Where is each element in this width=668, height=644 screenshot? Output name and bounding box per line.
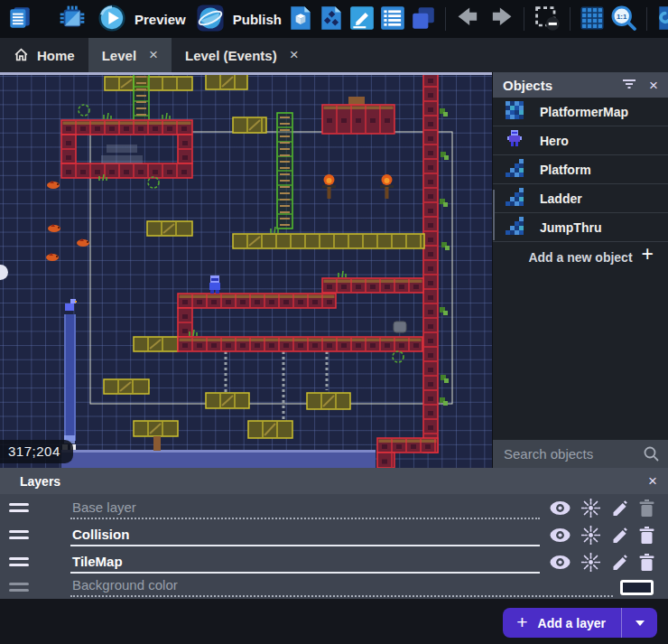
object-item-jumpthru[interactable]: JumpThru [493, 213, 668, 242]
object-item-platformermap[interactable]: PlatformerMap [493, 98, 668, 126]
search-objects-input[interactable] [493, 440, 668, 468]
object-item-ladder[interactable]: Ladder [493, 184, 668, 213]
undo-icon [454, 4, 483, 35]
delete-layer-icon[interactable] [638, 553, 655, 572]
object-label: PlatformerMap [540, 105, 628, 119]
instances-list-button[interactable] [377, 3, 408, 36]
layer-name-field[interactable]: Collision [70, 527, 540, 546]
objects-panel-scrollbar[interactable] [493, 190, 495, 240]
object-groups-button[interactable] [316, 3, 347, 36]
layer-row-background-color: Background color [0, 575, 668, 599]
edit-layer-icon[interactable] [610, 553, 628, 571]
close-tab-icon[interactable]: × [290, 46, 299, 64]
delete-layer-icon[interactable] [638, 499, 655, 518]
tilemap-icon [504, 157, 525, 182]
list-icon [379, 5, 406, 34]
close-layers-panel-icon[interactable]: × [648, 473, 657, 489]
layers-editor-button[interactable] [408, 3, 439, 36]
undo-button[interactable] [452, 2, 485, 37]
delete-layer-icon[interactable] [638, 526, 655, 545]
drag-handle-icon[interactable] [9, 583, 29, 592]
layer-name: Base layer [70, 499, 136, 515]
object-label: JumpThru [540, 220, 601, 235]
object-item-hero[interactable]: Hero [493, 126, 668, 155]
layer-row-tilemap: TileMap [0, 548, 668, 575]
publish-icon [195, 3, 226, 36]
layer-actions [549, 526, 655, 545]
edit-pencil-icon [348, 5, 376, 34]
scene-canvas[interactable]: 317;204 [0, 72, 492, 468]
toolbar-divider [646, 7, 647, 31]
bottom-bar: + Add a layer [0, 599, 668, 644]
edit-layer-icon[interactable] [610, 526, 628, 544]
scene-properties-button[interactable] [347, 3, 377, 36]
object-label: Ladder [540, 191, 582, 206]
preview-button[interactable]: Preview [95, 1, 188, 38]
toolbar-divider [445, 7, 446, 31]
debugger-button[interactable] [55, 1, 89, 38]
drag-handle-icon[interactable] [9, 557, 29, 566]
tab-label: Level [102, 48, 136, 63]
clear-selection-button[interactable] [531, 2, 563, 37]
layer-row-base-layer: Base layer [0, 494, 668, 521]
tilemap-icon [504, 186, 525, 211]
object-page-icon [287, 5, 314, 34]
layer-name-field[interactable]: TileMap [70, 554, 540, 574]
publish-label: Publish [233, 12, 282, 27]
layers-panel-header: Layers × [0, 468, 668, 494]
redo-button[interactable] [485, 2, 517, 37]
extra-tools-button[interactable] [654, 3, 668, 36]
project-manager-button[interactable] [5, 3, 35, 36]
tab-level-events[interactable]: Level (Events) × [172, 38, 312, 72]
wrench-icon [655, 5, 668, 34]
preview-label: Preview [135, 12, 186, 27]
effects-icon[interactable] [581, 499, 600, 518]
visibility-eye-icon[interactable] [549, 555, 571, 570]
objects-panel-title: Objects [503, 78, 609, 93]
object-list: PlatformerMapHeroPlatformLadderJumpThru [493, 98, 668, 242]
close-objects-panel-icon[interactable]: × [649, 78, 658, 93]
visibility-eye-icon[interactable] [549, 500, 571, 516]
tab-home[interactable]: Home [0, 38, 88, 72]
add-layer-button[interactable]: + Add a layer [503, 608, 621, 638]
objects-editor-button[interactable] [285, 3, 316, 36]
object-search [493, 440, 668, 468]
add-layer-dropdown-button[interactable] [621, 608, 657, 638]
drag-handle-icon[interactable] [9, 530, 29, 539]
objects-panel: Objects × PlatformerMapHeroPlatformLadde… [492, 72, 668, 468]
tab-bar: Home Level × Level (Events) × [0, 38, 668, 72]
effects-icon[interactable] [581, 526, 600, 545]
visibility-eye-icon[interactable] [549, 527, 571, 543]
scene-render [0, 72, 492, 468]
tab-level[interactable]: Level × [88, 38, 172, 72]
redo-icon [487, 4, 515, 35]
toolbar-divider [570, 7, 571, 31]
debugger-icon [57, 3, 88, 36]
horizontal-scrollbar[interactable] [0, 72, 492, 75]
layer-name-field[interactable]: Base layer [70, 499, 540, 519]
background-color-swatch[interactable] [620, 580, 654, 595]
publish-button[interactable]: Publish [193, 1, 283, 38]
project-manager-icon [6, 5, 33, 34]
objects-panel-empty-area [493, 272, 668, 440]
toggle-grid-button[interactable] [577, 3, 608, 36]
filter-icon[interactable] [622, 77, 636, 93]
layer-actions [549, 553, 655, 572]
layer-name-field[interactable]: Background color [70, 577, 613, 597]
drag-handle-icon[interactable] [9, 503, 29, 512]
tab-label: Home [37, 48, 75, 63]
add-object-label: Add a new object [528, 250, 632, 265]
effects-icon[interactable] [581, 553, 600, 572]
add-object-row[interactable]: Add a new object + [493, 242, 668, 272]
edit-layer-icon[interactable] [610, 499, 628, 517]
layer-name: Collision [70, 527, 129, 542]
svg-text:1:1: 1:1 [617, 12, 627, 20]
layer-row-collision: Collision [0, 521, 668, 548]
close-tab-icon[interactable]: × [149, 46, 158, 64]
object-item-platform[interactable]: Platform [493, 155, 668, 184]
toolbar-divider [524, 7, 524, 31]
home-icon [14, 47, 29, 64]
tilemap-icon [504, 215, 525, 240]
zoom-1-1-button[interactable]: 1:1 [608, 2, 640, 37]
layer-actions [549, 499, 655, 518]
